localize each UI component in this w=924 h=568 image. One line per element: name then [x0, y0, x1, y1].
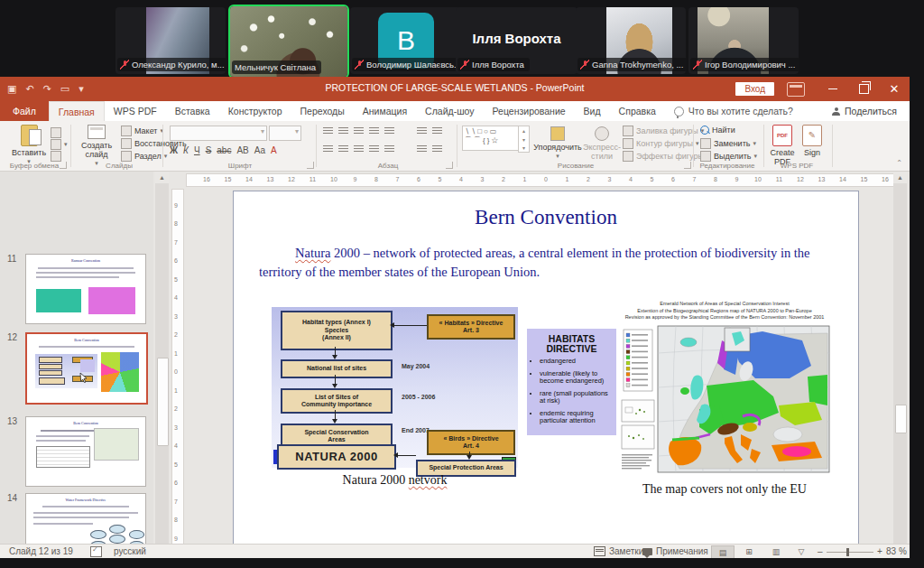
participant-name-label: Ілля Ворохта [457, 58, 530, 71]
zoom-level[interactable]: 83 % [886, 546, 907, 556]
ribbon: Вставить▾ ▾ Буфер обмена Создать слайд▾ … [0, 121, 910, 172]
tab-вставка[interactable]: Вставка [166, 101, 219, 121]
participant-tile[interactable]: Олександр Курило, м... [116, 7, 226, 74]
tab-вид[interactable]: Вид [575, 101, 610, 121]
create-pdf-button[interactable]: PDF Create PDF [769, 125, 796, 166]
minimize-button[interactable] [818, 77, 848, 101]
shape-effects-button[interactable]: Эффекты фигуры▾ [623, 151, 710, 162]
thumbnail-number: 13 [7, 416, 17, 426]
slideshow-view-button[interactable]: ▽ [790, 545, 812, 558]
slide-body-text[interactable]: Natura 2000 – network of protected areas… [259, 244, 836, 282]
sign-in-button[interactable]: Вход [735, 82, 774, 96]
slide-sorter-view-button[interactable]: ⊞ [738, 545, 760, 558]
font-dialog-launcher-icon[interactable] [307, 162, 314, 169]
natura2000-flowchart[interactable]: Habitat types (Annex I) Species (Annex I… [272, 307, 518, 468]
tab-переходы[interactable]: Переходы [291, 101, 354, 121]
close-button[interactable]: ✕ [879, 77, 910, 101]
tab-анимация[interactable]: Анимация [354, 101, 416, 121]
cut-button[interactable] [51, 127, 61, 138]
quick-styles-button[interactable]: Экспресс- стили [583, 126, 621, 161]
thumbnail-scrollbar[interactable]: ▲ ▼ [155, 172, 169, 568]
paste-button[interactable]: Вставить▾ [9, 125, 49, 166]
zoom-in-button[interactable]: + [877, 546, 882, 556]
tab-рецензирование[interactable]: Рецензирование [484, 101, 575, 121]
participant-tile[interactable]: Ілля ВорохтаІлля Ворохта [456, 7, 578, 74]
paragraph-align-buttons[interactable] [323, 145, 394, 154]
tab-слайд-шоу[interactable]: Слайд-шоу [416, 101, 483, 121]
emerald-network-map[interactable]: Emerald Network of Areas of Special Cons… [616, 300, 833, 477]
tab-конструктор[interactable]: Конструктор [219, 101, 291, 121]
drawing-dialog-launcher-icon[interactable] [684, 162, 691, 169]
font-style-button[interactable]: Аа [254, 145, 265, 155]
muted-mic-icon [120, 60, 129, 70]
tab-file[interactable]: Файл [0, 101, 49, 121]
zoom-out-button[interactable]: – [818, 546, 823, 556]
zoom-slider-thumb[interactable] [846, 548, 849, 556]
copy-button[interactable]: ▾ [51, 139, 68, 150]
share-button[interactable]: Поделиться [819, 101, 910, 121]
tell-me-box[interactable]: Что вы хотите сделать? [665, 101, 802, 121]
zoom-slider[interactable] [827, 552, 873, 553]
spell-check-icon[interactable] [90, 546, 102, 557]
shape-outline-button[interactable]: Контур фигуры▾ [623, 138, 698, 149]
font-style-button[interactable]: Ж [170, 145, 178, 155]
arrange-button[interactable]: Упорядочить▾ [534, 126, 581, 161]
participant-name-label: Мельничук Світлана [232, 61, 321, 74]
text-direction-buttons[interactable] [417, 127, 442, 135]
tab-главная[interactable]: Главная [49, 101, 105, 121]
font-style-button[interactable]: Ч [194, 145, 200, 155]
slide-scrollbar[interactable]: ▲ ▼ ⇞ ⇟ [893, 172, 907, 568]
slide-canvas[interactable]: Bern Convention Natura 2000 – network of… [233, 191, 859, 545]
font-style-button[interactable]: А [271, 145, 277, 155]
group-slides: Слайды [76, 162, 162, 170]
replace-button[interactable]: Заменить▾ [700, 138, 756, 149]
participant-tile[interactable]: Ganna Trokhymenko, ... [576, 7, 686, 74]
slide-title[interactable]: Bern Convention [234, 206, 858, 229]
find-button[interactable]: Найти [700, 126, 735, 135]
map-header-line3: Revision as approved by the Standing Com… [618, 314, 831, 321]
participant-tile[interactable]: ВВолодимир Шалаєвсь... [350, 7, 462, 74]
select-button[interactable]: Выделить▾ [700, 151, 757, 162]
slide-thumbnail-12[interactable]: Bern Convention [25, 332, 148, 405]
collapse-ribbon-icon[interactable]: ⌃ [896, 159, 902, 167]
font-style-button[interactable]: abc [217, 145, 231, 155]
participant-tile[interactable]: Мельничук Світлана [228, 5, 349, 79]
reading-view-button[interactable]: ▥ [765, 545, 787, 558]
section-button[interactable]: Раздел▾ [121, 151, 167, 162]
font-style-button[interactable]: АВ [236, 145, 248, 155]
tab-справка[interactable]: Справка [610, 101, 665, 121]
paste-icon [21, 125, 38, 146]
sign-button[interactable]: ✎ Sign [799, 125, 825, 157]
shapes-gallery-scroll[interactable]: ▴▾▾ [518, 126, 530, 153]
clipboard-dialog-launcher-icon[interactable] [60, 162, 67, 169]
font-size-combo[interactable] [269, 126, 301, 141]
zoom-participant-strip: Олександр Курило, м...Мельничук Світлана… [0, 0, 924, 77]
participant-tile[interactable]: Ігор Володимирович ... [688, 7, 799, 74]
font-name-combo[interactable] [170, 126, 267, 141]
columns-smartart-buttons[interactable] [417, 145, 442, 154]
paragraph-dialog-launcher-icon[interactable] [446, 162, 453, 169]
shape-fill-button[interactable]: Заливка фигуры▾ [623, 126, 704, 136]
tab-wps-pdf[interactable]: WPS PDF [105, 101, 166, 121]
format-painter-button[interactable] [51, 151, 61, 162]
restore-button[interactable] [848, 77, 879, 101]
ribbon-display-options-icon[interactable] [787, 82, 805, 97]
notes-button[interactable]: Заметки [594, 546, 643, 556]
layout-button[interactable]: Макет▾ [121, 126, 163, 136]
horizontal-ruler: 1615141312111098765432101234567891011121… [186, 173, 895, 187]
language-indicator[interactable]: русский [114, 546, 146, 556]
font-style-button[interactable]: К [183, 145, 189, 155]
thumbnail-slide-title: Ramsar Convention [36, 258, 136, 263]
group-editing: Редактирование [693, 162, 762, 170]
shapes-gallery[interactable]: ∖∖□○▭⌒⌒{}☆ [462, 126, 520, 151]
paragraph-list-buttons[interactable] [323, 127, 394, 135]
habitats-directive-panel[interactable]: HABITATS DIRECTIVE endangeredvulnerable … [527, 329, 616, 435]
comments-button[interactable]: Примечания [642, 546, 708, 556]
flowchart-note-may2004: May 2004 [402, 363, 430, 369]
slide-thumbnail-13[interactable]: Bern Convention [25, 416, 146, 487]
slide-thumbnail-11[interactable]: Ramsar Convention [25, 254, 146, 324]
vertical-ruler: 9876543210123456789 [171, 189, 184, 568]
lightbulb-icon [674, 107, 684, 116]
new-slide-icon [88, 125, 106, 139]
font-style-button[interactable]: S [206, 145, 212, 155]
